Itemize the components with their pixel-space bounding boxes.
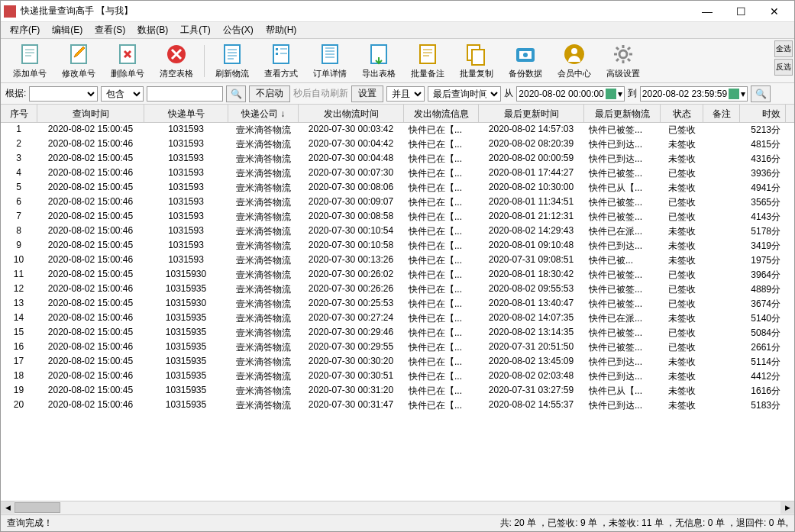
- column-header[interactable]: 发出物流时间: [299, 105, 404, 122]
- table-row[interactable]: 172020-08-02 15:00:4510315935壹米滴答物流2020-…: [1, 355, 794, 369]
- scroll-right-arrow[interactable]: ▶: [780, 501, 794, 514]
- refresh-icon: [220, 42, 244, 66]
- clear-icon: [164, 42, 189, 66]
- cell-n: 13: [1, 297, 37, 311]
- menu-数据[interactable]: 数据(B): [131, 22, 174, 38]
- cell-no: 1031593: [144, 210, 228, 224]
- column-header[interactable]: 发出物流信息: [404, 105, 479, 122]
- toolbar-label: 订单详情: [313, 68, 347, 79]
- column-header[interactable]: 时效: [740, 105, 786, 122]
- scroll-thumb[interactable]: [15, 502, 60, 513]
- toolbar-refresh-button[interactable]: 刷新物流: [208, 40, 257, 81]
- toolbar-add-button[interactable]: 添加单号: [5, 40, 54, 81]
- column-header[interactable]: 备注: [703, 105, 740, 122]
- column-header[interactable]: 快递公司 ↓: [228, 105, 299, 122]
- toolbar-clear-button[interactable]: 清空表格: [152, 40, 201, 81]
- cell-status: 已签收: [661, 340, 703, 355]
- chevron-down-icon: ▾: [618, 89, 622, 99]
- menu-工具[interactable]: 工具(T): [174, 22, 216, 38]
- toolbar-backup-button[interactable]: 备份数据: [501, 40, 550, 81]
- keyword-input[interactable]: [147, 86, 223, 102]
- minimize-button[interactable]: —: [690, 2, 724, 21]
- cell-n: 11: [1, 268, 37, 282]
- column-header[interactable]: 快递单号: [144, 105, 228, 122]
- app-window: 快递批量查询高手 【与我】 — ☐ ✕ 程序(F)编辑(E)查看(S)数据(B)…: [0, 0, 795, 532]
- column-header[interactable]: 最后更新时间: [479, 105, 584, 122]
- column-header[interactable]: 序号: [1, 105, 37, 122]
- maximize-button[interactable]: ☐: [724, 2, 758, 21]
- cell-no: 10315935: [144, 355, 228, 369]
- table-row[interactable]: 122020-08-02 15:00:4610315935壹米滴答物流2020-…: [1, 282, 794, 297]
- settings-button[interactable]: 设置: [351, 85, 383, 102]
- time-field-select[interactable]: 最后查询时间: [428, 86, 501, 102]
- invert-select-button[interactable]: 反选: [774, 59, 793, 76]
- disable-button[interactable]: 不启动: [249, 85, 290, 102]
- toolbar-copy-button[interactable]: 批量复制: [452, 40, 501, 81]
- table-row[interactable]: 132020-08-02 15:00:4510315930壹米滴答物流2020-…: [1, 297, 794, 311]
- horizontal-scrollbar[interactable]: ◀ ▶: [1, 501, 794, 514]
- table-row[interactable]: 102020-08-02 15:00:461031593壹米滴答物流2020-0…: [1, 253, 794, 268]
- cell-si: 快件已在【...: [404, 369, 479, 384]
- table-row[interactable]: 12020-08-02 15:00:451031593壹米滴答物流2020-07…: [1, 123, 794, 137]
- basis-select[interactable]: [29, 86, 98, 102]
- cell-ut: 2020-08-02 14:29:43: [479, 224, 584, 239]
- toolbar-settings-button[interactable]: 高级设置: [599, 40, 648, 81]
- cell-ui: 快件已被签...: [584, 195, 661, 210]
- table-row[interactable]: 182020-08-02 15:00:4610315935壹米滴答物流2020-…: [1, 369, 794, 384]
- cell-ut: 2020-08-02 13:45:09: [479, 355, 584, 369]
- menu-查看[interactable]: 查看(S): [89, 22, 131, 38]
- column-header[interactable]: 状态: [661, 105, 703, 122]
- cell-n: 10: [1, 253, 37, 268]
- toolbar-note-button[interactable]: 批量备注: [403, 40, 452, 81]
- magnifier-icon: 🔍: [755, 89, 767, 99]
- cell-qt: 2020-08-02 15:00:45: [37, 210, 144, 224]
- menu-程序[interactable]: 程序(F): [4, 22, 46, 38]
- logic-select[interactable]: 并且: [386, 86, 425, 102]
- cell-no: 10315935: [144, 311, 228, 326]
- cell-status: 未签收: [661, 369, 703, 384]
- grid-body[interactable]: 12020-08-02 15:00:451031593壹米滴答物流2020-07…: [1, 123, 794, 501]
- backup-icon: [513, 42, 538, 66]
- to-date-input[interactable]: 2020-08-02 23:59:59▾: [640, 86, 748, 102]
- cell-ui: 快件已被签...: [584, 123, 661, 137]
- scroll-left-arrow[interactable]: ◀: [1, 501, 15, 514]
- table-row[interactable]: 62020-08-02 15:00:461031593壹米滴答物流2020-07…: [1, 195, 794, 210]
- menu-编辑[interactable]: 编辑(E): [46, 22, 89, 38]
- menu-公告[interactable]: 公告(X): [217, 22, 260, 38]
- toolbar-detail-button[interactable]: 订单详情: [305, 40, 354, 81]
- search-button[interactable]: 🔍: [226, 85, 246, 102]
- op-select[interactable]: 包含: [101, 86, 144, 102]
- table-row[interactable]: 142020-08-02 15:00:4610315935壹米滴答物流2020-…: [1, 311, 794, 326]
- toolbar-edit-button[interactable]: 修改单号: [54, 40, 103, 81]
- table-row[interactable]: 82020-08-02 15:00:461031593壹米滴答物流2020-07…: [1, 224, 794, 239]
- table-row[interactable]: 22020-08-02 15:00:461031593壹米滴答物流2020-07…: [1, 137, 794, 152]
- cell-note: [703, 297, 740, 311]
- cell-note: [703, 398, 740, 413]
- table-row[interactable]: 112020-08-02 15:00:4510315930壹米滴答物流2020-…: [1, 268, 794, 282]
- filter-search-button[interactable]: 🔍: [751, 85, 771, 102]
- table-row[interactable]: 32020-08-02 15:00:451031593壹米滴答物流2020-07…: [1, 152, 794, 166]
- close-button[interactable]: ✕: [758, 2, 791, 21]
- cell-qt: 2020-08-02 15:00:45: [37, 326, 144, 340]
- table-row[interactable]: 192020-08-02 15:00:4510315935壹米滴答物流2020-…: [1, 384, 794, 398]
- table-row[interactable]: 52020-08-02 15:00:451031593壹米滴答物流2020-07…: [1, 181, 794, 195]
- table-row[interactable]: 42020-08-02 15:00:461031593壹米滴答物流2020-07…: [1, 166, 794, 181]
- toolbar-label: 导出表格: [362, 68, 396, 79]
- select-all-button[interactable]: 全选: [774, 40, 793, 57]
- menu-帮助[interactable]: 帮助(H): [260, 22, 303, 38]
- table-row[interactable]: 162020-08-02 15:00:4610315935壹米滴答物流2020-…: [1, 340, 794, 355]
- cell-ui: 快件已到达...: [584, 239, 661, 253]
- table-row[interactable]: 202020-08-02 15:00:4610315935壹米滴答物流2020-…: [1, 398, 794, 413]
- column-header[interactable]: 最后更新物流: [584, 105, 661, 122]
- table-row[interactable]: 92020-08-02 15:00:451031593壹米滴答物流2020-07…: [1, 239, 794, 253]
- toolbar-member-button[interactable]: 会员中心: [550, 40, 599, 81]
- toolbar-view-button[interactable]: 查看方式: [257, 40, 305, 81]
- toolbar-export-button[interactable]: 导出表格: [354, 40, 403, 81]
- toolbar-delete-button[interactable]: 删除单号: [103, 40, 152, 81]
- cell-tx: 3565分: [740, 195, 786, 210]
- column-header[interactable]: 查询时间: [37, 105, 144, 122]
- table-row[interactable]: 72020-08-02 15:00:451031593壹米滴答物流2020-07…: [1, 210, 794, 224]
- from-date-input[interactable]: 2020-08-02 00:00:00▾: [516, 86, 624, 102]
- cell-tx: 5084分: [740, 326, 786, 340]
- table-row[interactable]: 152020-08-02 15:00:4510315935壹米滴答物流2020-…: [1, 326, 794, 340]
